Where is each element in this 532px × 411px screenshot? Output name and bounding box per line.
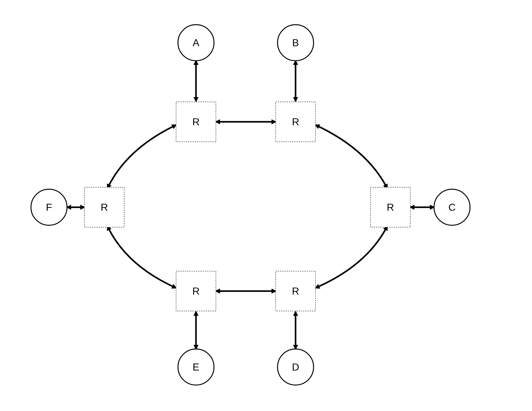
edge-RB-RC (315, 125, 387, 188)
endpoint-label-F: F (46, 202, 52, 213)
router-label-E: R (192, 285, 199, 297)
router-label-A: R (192, 116, 199, 128)
endpoint-label-A: A (193, 37, 199, 48)
endpoint-label-B: B (292, 37, 299, 48)
edge-RC-RD (315, 226, 387, 288)
endpoint-label-D: D (292, 361, 299, 373)
router-label-F: R (101, 202, 108, 213)
endpoint-label-E: E (193, 361, 199, 373)
edge-RF-RA (107, 125, 176, 188)
diagram-svg: R R R R R R A B C D E F (0, 0, 532, 411)
router-label-D: R (292, 285, 299, 297)
router-label-B: R (292, 116, 299, 128)
endpoint-label-C: C (448, 202, 456, 213)
network-diagram: R R R R R R A B C D E F (0, 0, 532, 411)
router-label-C: R (387, 202, 394, 213)
edge-RE-RF (107, 226, 176, 288)
